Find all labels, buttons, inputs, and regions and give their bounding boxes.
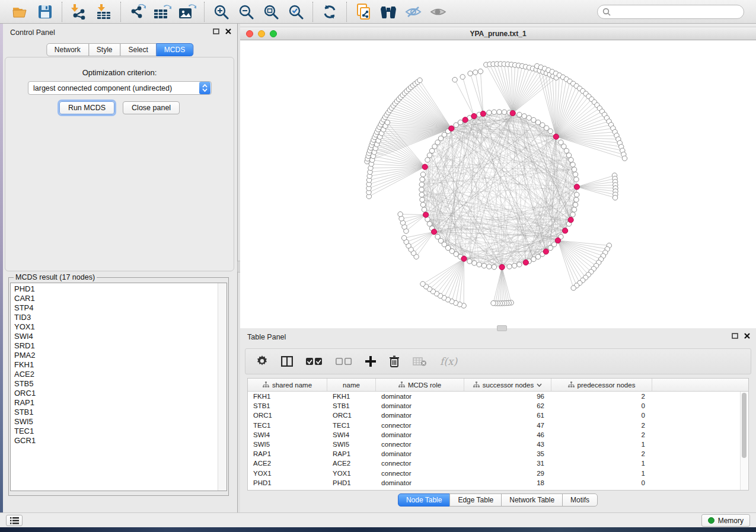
result-node-item[interactable]: TID3 bbox=[11, 313, 218, 322]
table-row[interactable]: RAP1RAP1dominator352 bbox=[248, 449, 748, 459]
result-node-item[interactable]: PMA2 bbox=[11, 351, 218, 360]
table-cell: YOX1 bbox=[327, 469, 376, 478]
table-row[interactable]: ACE2ACE2connector311 bbox=[248, 459, 748, 468]
network-graph[interactable] bbox=[240, 40, 756, 328]
search-icon bbox=[602, 8, 611, 16]
table-cell: ACE2 bbox=[327, 459, 376, 468]
task-list-icon bbox=[10, 517, 19, 524]
result-node-item[interactable]: PHD1 bbox=[11, 284, 218, 294]
result-node-item[interactable]: SRD1 bbox=[11, 341, 218, 351]
function-builder-icon[interactable]: f(x) bbox=[440, 355, 457, 367]
column-header-shared-name[interactable]: shared name bbox=[248, 379, 327, 391]
result-node-item[interactable]: STB5 bbox=[11, 379, 218, 389]
table-row[interactable]: PHD1PHD1dominator180 bbox=[248, 478, 748, 488]
result-node-item[interactable]: RAP1 bbox=[11, 398, 218, 408]
tab-style[interactable]: Style bbox=[88, 43, 121, 56]
column-header-successor-nodes[interactable]: successor nodes bbox=[464, 379, 551, 391]
column-header-predecessor-nodes[interactable]: predecessor nodes bbox=[551, 379, 652, 391]
zoom-selected-icon[interactable] bbox=[286, 3, 305, 21]
network-canvas[interactable] bbox=[240, 40, 756, 328]
table-cell: FKH1 bbox=[327, 392, 376, 401]
table-scrollbar-thumb[interactable] bbox=[742, 393, 747, 458]
result-node-item[interactable]: STP4 bbox=[11, 303, 218, 313]
run-mcds-button[interactable]: Run MCDS bbox=[59, 101, 114, 114]
table-row[interactable]: ORC1ORC1dominator610 bbox=[248, 411, 748, 420]
select-all-check-icon[interactable] bbox=[306, 358, 323, 366]
result-node-item[interactable]: SWI5 bbox=[11, 417, 218, 427]
add-column-icon[interactable] bbox=[365, 356, 376, 367]
close-panel-icon[interactable] bbox=[225, 28, 231, 34]
table-row[interactable]: FKH1FKH1dominator962 bbox=[248, 392, 748, 401]
shared-column-icon bbox=[568, 382, 575, 388]
result-list-scrollbar[interactable] bbox=[218, 283, 227, 491]
result-node-item[interactable]: ACE2 bbox=[11, 370, 218, 379]
task-history-button[interactable] bbox=[6, 515, 23, 526]
float-table-panel-icon[interactable] bbox=[732, 333, 738, 339]
open-session-icon[interactable] bbox=[11, 3, 30, 21]
close-table-panel-icon[interactable] bbox=[744, 333, 750, 339]
search-binoculars-icon[interactable] bbox=[379, 3, 398, 21]
shared-column-icon bbox=[473, 382, 480, 388]
table-cell: 1 bbox=[551, 459, 652, 468]
tab-select[interactable]: Select bbox=[120, 43, 157, 56]
refresh-view-icon[interactable] bbox=[320, 3, 339, 21]
result-node-item[interactable]: STB1 bbox=[11, 408, 218, 417]
export-image-icon[interactable] bbox=[178, 3, 197, 21]
table-tab-motifs[interactable]: Motifs bbox=[562, 493, 598, 507]
table-cell: 29 bbox=[464, 469, 551, 478]
show-all-eye-icon[interactable] bbox=[429, 3, 448, 21]
table-row[interactable]: SWI5SWI5connector431 bbox=[248, 440, 748, 449]
network-search-box[interactable] bbox=[597, 5, 744, 19]
table-cell: 2 bbox=[551, 449, 652, 459]
deselect-all-check-icon[interactable] bbox=[336, 358, 352, 366]
result-node-item[interactable]: FKH1 bbox=[11, 360, 218, 370]
result-node-item[interactable]: GCR1 bbox=[11, 436, 218, 446]
zoom-in-icon[interactable] bbox=[212, 3, 231, 21]
criterion-dropdown-value: largest connected component (undirected) bbox=[28, 84, 199, 92]
hide-selected-eye-icon[interactable] bbox=[404, 3, 423, 21]
float-panel-icon[interactable] bbox=[213, 28, 219, 34]
criterion-dropdown[interactable]: largest connected component (undirected) bbox=[28, 81, 212, 95]
export-network-icon[interactable] bbox=[128, 3, 147, 21]
zoom-out-icon[interactable] bbox=[237, 3, 256, 21]
close-panel-button[interactable]: Close panel bbox=[123, 101, 180, 114]
table-panel: Table Panel bbox=[240, 328, 756, 512]
table-tab-network-table[interactable]: Network Table bbox=[501, 493, 563, 507]
tab-network[interactable]: Network bbox=[46, 43, 89, 56]
ring-nodes bbox=[365, 62, 627, 308]
column-visibility-icon[interactable] bbox=[281, 356, 293, 367]
column-header-mcds-role[interactable]: MCDS role bbox=[376, 379, 464, 391]
column-header-name[interactable]: name bbox=[327, 379, 376, 391]
delete-table-icon[interactable] bbox=[413, 357, 427, 366]
tab-mcds[interactable]: MCDS bbox=[156, 43, 193, 56]
table-cell: 2 bbox=[551, 421, 652, 430]
memory-button[interactable]: Memory bbox=[701, 514, 750, 527]
table-scrollbar[interactable] bbox=[740, 392, 748, 490]
memory-status-icon bbox=[708, 517, 714, 524]
table-row[interactable]: SWI4SWI4dominator462 bbox=[248, 430, 748, 440]
zoom-fit-icon[interactable] bbox=[261, 3, 280, 21]
search-input[interactable] bbox=[614, 7, 739, 17]
delete-column-icon[interactable] bbox=[389, 355, 400, 367]
table-cell: connector bbox=[376, 469, 464, 478]
import-table-icon[interactable] bbox=[94, 3, 113, 21]
result-node-item[interactable]: ORC1 bbox=[11, 389, 218, 398]
table-cell: SWI5 bbox=[327, 440, 376, 449]
table-tab-node-table[interactable]: Node Table bbox=[398, 493, 451, 507]
result-node-item[interactable]: SWI4 bbox=[11, 332, 218, 341]
table-row[interactable]: TEC1TEC1connector472 bbox=[248, 421, 748, 430]
table-cell: 18 bbox=[464, 478, 551, 488]
table-row[interactable]: YOX1YOX1connector291 bbox=[248, 469, 748, 478]
result-node-item[interactable]: CAR1 bbox=[11, 294, 218, 303]
result-node-item[interactable]: TEC1 bbox=[11, 427, 218, 436]
import-network-icon[interactable] bbox=[69, 3, 88, 21]
result-node-item[interactable]: YOX1 bbox=[11, 322, 218, 332]
table-tab-edge-table[interactable]: Edge Table bbox=[449, 493, 502, 507]
control-panel-tabs: NetworkStyleSelectMCDS bbox=[47, 43, 193, 56]
table-cell: 2 bbox=[551, 430, 652, 440]
table-row[interactable]: STB1STB1dominator620 bbox=[248, 401, 748, 411]
duplicate-network-icon[interactable] bbox=[354, 3, 373, 21]
table-settings-gear-icon[interactable] bbox=[256, 355, 268, 367]
save-session-icon[interactable] bbox=[36, 3, 55, 21]
export-table-icon[interactable] bbox=[153, 3, 172, 21]
